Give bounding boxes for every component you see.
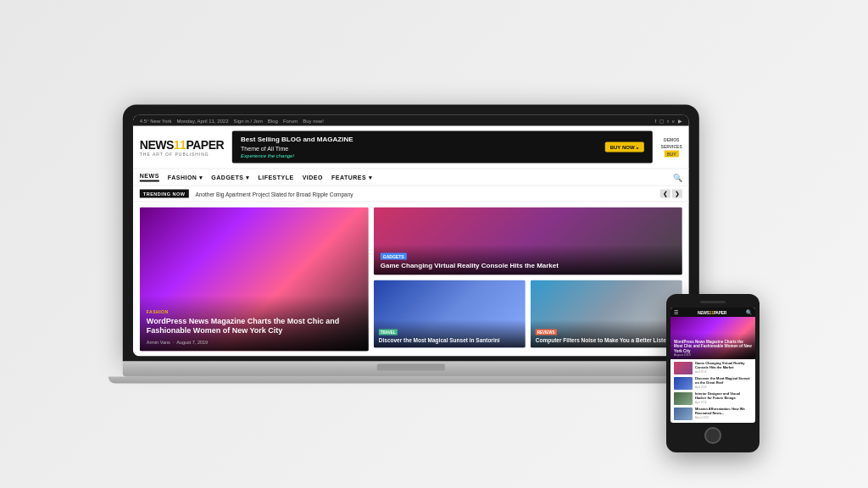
- nav-item-video[interactable]: VIDEO: [303, 175, 323, 180]
- small-article-2[interactable]: REVIEWS Computer Filters Noise to Make Y…: [531, 280, 682, 348]
- trending-nav: ❮ ❯: [660, 190, 682, 198]
- header-side: DEMOS SERVICES BUY: [661, 137, 682, 158]
- date-text: Monday, April 11, 2022: [177, 118, 229, 123]
- phone-top-bar: ☰ NEWS11PAPER 🔍: [670, 308, 755, 317]
- laptop: 4.5° New York Monday, April 11, 2022 Sig…: [123, 105, 699, 384]
- banner-tagline: Experience the change!: [241, 152, 353, 159]
- phone-item-title-4: Mission Afforestation: How We Recreated …: [695, 408, 752, 416]
- nav-item-news[interactable]: NEWS: [140, 173, 159, 182]
- nav-item-fashion[interactable]: FASHION ▾: [168, 174, 203, 180]
- phone-thumb-4: [674, 408, 693, 420]
- trending-bar: TRENDING NOW Another Big Apartment Proje…: [133, 186, 689, 202]
- banner-main: Best Selling BLOG and MAGAZINE: [241, 135, 353, 144]
- small-overlay-2: REVIEWS Computer Filters Noise to Make Y…: [531, 319, 682, 347]
- header-banner: Best Selling BLOG and MAGAZINE Theme of …: [232, 131, 653, 164]
- buynow-link[interactable]: Buy now!: [303, 118, 324, 123]
- trending-badge: TRENDING NOW: [140, 190, 189, 198]
- main-content: FASHION WordPress News Magazine Charts t…: [133, 202, 689, 357]
- phone-screen: ☰ NEWS11PAPER 🔍 WordPress News Magazine …: [670, 308, 755, 423]
- vr-article[interactable]: GADGETS Game Changing Virtual Reality Co…: [374, 208, 682, 275]
- phone-hero-overlay: WordPress News Magazine Charts the Most …: [670, 333, 755, 359]
- small-overlay-1: TRAVEL Discover the Most Magical Sunset …: [374, 319, 526, 347]
- twitter-icon[interactable]: t: [667, 118, 669, 123]
- banner-text: Best Selling BLOG and MAGAZINE Theme of …: [241, 135, 353, 159]
- phone-item-title-3: Interior Designer and Visual Hacker for …: [695, 392, 752, 401]
- blog-link[interactable]: Blog: [268, 118, 278, 123]
- weather-text: 4.5° New York: [140, 118, 172, 123]
- site-logo[interactable]: NEWS11PAPER the art of publishing: [140, 138, 224, 157]
- hero-author: Armin Vans: [147, 340, 170, 345]
- trending-next-button[interactable]: ❯: [672, 190, 682, 198]
- phone-hero-title: WordPress News Magazine Charts the Most …: [674, 340, 752, 353]
- scene: 4.5° New York Monday, April 11, 2022 Sig…: [0, 0, 868, 488]
- phone-item-date-3: April 2019: [695, 401, 752, 404]
- phone-list: Game Changing Virtual Reality Console Hi…: [670, 359, 755, 423]
- phone-item-text-4: Mission Afforestation: How We Recreated …: [695, 408, 752, 419]
- hero-date: August 7, 2019: [176, 340, 208, 345]
- top-bar: 4.5° New York Monday, April 11, 2022 Sig…: [133, 115, 689, 126]
- site-nav: NEWS FASHION ▾ GADGETS ▾ LIFESTYLE VIDEO…: [133, 169, 689, 186]
- nav-item-lifestyle[interactable]: LIFESTYLE: [258, 175, 293, 180]
- right-column: GADGETS Game Changing Virtual Reality Co…: [374, 208, 682, 352]
- vr-title: Game Changing Virtual Reality Console Hi…: [381, 261, 676, 269]
- phone-menu-icon[interactable]: ☰: [674, 309, 678, 315]
- nav-item-gadgets[interactable]: GADGETS ▾: [211, 174, 249, 180]
- phone-item-text-3: Interior Designer and Visual Hacker for …: [695, 392, 752, 404]
- phone-item-title-1: Game Changing Virtual Reality Console Hi…: [695, 362, 752, 370]
- hero-article[interactable]: FASHION WordPress News Magazine Charts t…: [140, 208, 369, 352]
- instagram-icon[interactable]: ◻: [659, 118, 664, 124]
- small-category-1: TRAVEL: [379, 329, 398, 335]
- nav-item-features[interactable]: FEATURES ▾: [331, 174, 372, 180]
- phone-home-button[interactable]: [704, 427, 721, 444]
- hero-title: WordPress News Magazine Charts the Most …: [147, 316, 362, 336]
- signin-link[interactable]: Sign in / Join: [234, 118, 263, 123]
- hero-meta: Armin Vans · August 7, 2019: [147, 340, 362, 345]
- top-bar-right: f ◻ t v ▶: [654, 118, 682, 124]
- phone-list-item-3[interactable]: Interior Designer and Visual Hacker for …: [674, 392, 752, 405]
- services-link[interactable]: SERVICES: [661, 144, 682, 149]
- phone-item-date-2: April 2019: [695, 385, 752, 389]
- search-icon[interactable]: 🔍: [673, 173, 682, 181]
- phone-speaker: [700, 301, 726, 303]
- vr-category: GADGETS: [381, 252, 407, 259]
- phone-list-item-4[interactable]: Mission Afforestation: How We Recreated …: [674, 408, 752, 420]
- phone-thumb-3: [674, 392, 693, 405]
- trending-headline: Another Big Apartment Project Slated for…: [196, 191, 654, 197]
- small-article-1[interactable]: TRAVEL Discover the Most Magical Sunset …: [374, 280, 526, 348]
- small-title-1: Discover the Most Magical Sunset in Sant…: [379, 336, 520, 343]
- website: 4.5° New York Monday, April 11, 2022 Sig…: [133, 115, 689, 357]
- youtube-icon[interactable]: ▶: [678, 118, 682, 124]
- phone-search-icon[interactable]: 🔍: [746, 309, 752, 315]
- hero-category: FASHION: [147, 308, 362, 313]
- bottom-row: TRAVEL Discover the Most Magical Sunset …: [374, 280, 682, 348]
- trending-prev-button[interactable]: ❮: [660, 190, 670, 198]
- banner-cta-button[interactable]: BUY NOW »: [605, 142, 644, 152]
- laptop-screen-outer: 4.5° New York Monday, April 11, 2022 Sig…: [123, 105, 699, 362]
- logo-tagline: the art of publishing: [140, 152, 224, 157]
- laptop-bottom: [108, 377, 714, 384]
- phone-item-date-4: March 2019: [695, 416, 752, 419]
- phone-thumb-2: [674, 377, 693, 390]
- site-header: NEWS11PAPER the art of publishing Best S…: [133, 126, 689, 169]
- demos-link[interactable]: DEMOS: [664, 137, 679, 142]
- phone-item-text-2: Discover the Most Magical Sunset on the …: [695, 377, 752, 389]
- phone-hero[interactable]: WordPress News Magazine Charts the Most …: [670, 317, 755, 359]
- phone: ☰ NEWS11PAPER 🔍 WordPress News Magazine …: [666, 294, 760, 452]
- phone-list-item-1[interactable]: Game Changing Virtual Reality Console Hi…: [674, 362, 752, 374]
- phone-logo: NEWS11PAPER: [698, 310, 726, 315]
- top-bar-left: 4.5° New York Monday, April 11, 2022 Sig…: [140, 118, 324, 123]
- facebook-icon[interactable]: f: [654, 118, 656, 123]
- buy-link[interactable]: BUY: [665, 151, 679, 158]
- phone-item-title-2: Discover the Most Magical Sunset on the …: [695, 377, 752, 385]
- banner-sub: Theme of All Time: [241, 144, 353, 152]
- forum-link[interactable]: Forum: [283, 118, 298, 123]
- phone-body: ☰ NEWS11PAPER 🔍 WordPress News Magazine …: [666, 294, 760, 452]
- vimeo-icon[interactable]: v: [672, 118, 675, 123]
- phone-list-item-2[interactable]: Discover the Most Magical Sunset on the …: [674, 377, 752, 390]
- phone-item-text-1: Game Changing Virtual Reality Console Hi…: [695, 362, 752, 374]
- laptop-base: [123, 362, 699, 377]
- small-title-2: Computer Filters Noise to Make You a Bet…: [536, 336, 677, 343]
- vr-overlay: GADGETS Game Changing Virtual Reality Co…: [374, 244, 682, 274]
- logo-text: NEWS11PAPER: [140, 138, 224, 152]
- hero-overlay: FASHION WordPress News Magazine Charts t…: [140, 295, 369, 351]
